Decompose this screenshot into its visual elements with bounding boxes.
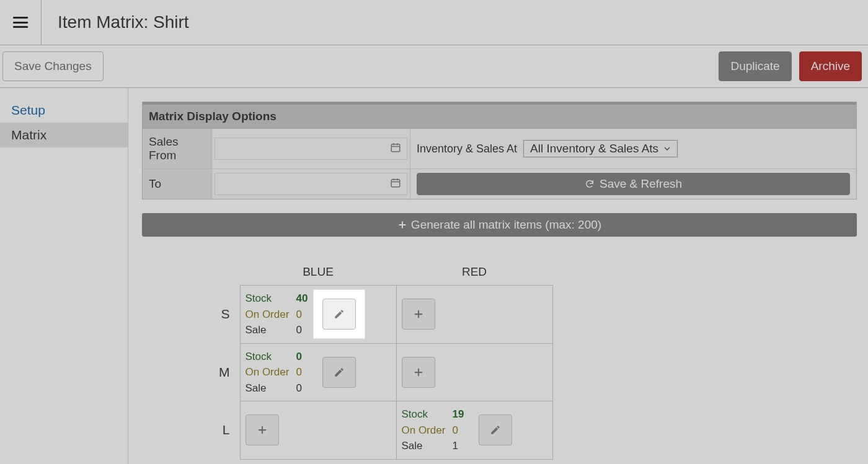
edit-cell-button[interactable]: [479, 414, 512, 445]
generate-all-label: Generate all matrix items (max: 200): [411, 218, 601, 232]
chevron-down-icon: [663, 145, 671, 152]
plus-icon: [413, 367, 424, 378]
add-cell-button[interactable]: [402, 357, 435, 388]
matrix-cell-m-blue: Stock0On Order0Sale0: [240, 343, 396, 401]
matrix-cell-l-blue: [240, 401, 396, 460]
save-changes-button[interactable]: Save Changes: [2, 51, 104, 81]
top-bar: Item Matrix: Shirt: [0, 0, 868, 45]
to-input[interactable]: [215, 173, 407, 195]
save-and-refresh-button[interactable]: Save & Refresh: [417, 173, 850, 195]
matrix-cell-l-red: Stock19On Order0Sale1: [396, 401, 552, 460]
edit-cell-button[interactable]: [322, 299, 356, 330]
col-header-red: RED: [396, 261, 552, 286]
matrix-cell-s-blue: Stock40On Order0Sale0: [240, 286, 396, 344]
matrix-cell-s-red: [396, 286, 552, 344]
sidebar-item-setup[interactable]: Setup: [0, 98, 128, 123]
matrix-cell-m-red: [396, 343, 552, 401]
plus-icon: [257, 424, 268, 436]
row-header-l: L: [210, 401, 240, 460]
archive-button[interactable]: Archive: [799, 51, 862, 81]
add-cell-button[interactable]: [246, 414, 279, 445]
row-header-s: S: [210, 286, 240, 344]
stock-block: Stock19On Order0Sale1: [402, 406, 471, 454]
panel-title: Matrix Display Options: [143, 102, 856, 129]
stock-block: Stock0On Order0Sale0: [246, 349, 315, 396]
plus-icon: [397, 220, 407, 230]
sales-from-label: Sales From: [143, 129, 212, 169]
inventory-sales-at-value: All Inventory & Sales Ats: [530, 142, 658, 155]
hamburger-menu-button[interactable]: [13, 17, 28, 28]
row-header-m: M: [210, 343, 240, 401]
sidebar-item-matrix[interactable]: Matrix: [0, 123, 128, 147]
stock-block: Stock40On Order0Sale0: [246, 291, 315, 338]
page-title: Item Matrix: Shirt: [58, 12, 189, 32]
edit-cell-button[interactable]: [322, 357, 356, 388]
plus-icon: [413, 309, 424, 320]
to-label: To: [143, 169, 212, 199]
inventory-sales-at-select[interactable]: All Inventory & Sales Ats: [523, 140, 678, 157]
action-bar: Save Changes Duplicate Archive: [0, 45, 868, 88]
save-and-refresh-label: Save & Refresh: [600, 177, 682, 191]
pencil-icon: [334, 367, 345, 378]
refresh-icon: [585, 179, 595, 189]
content-area: Matrix Display Options Sales From Invent…: [128, 88, 868, 464]
generate-all-button[interactable]: Generate all matrix items (max: 200): [142, 213, 857, 237]
sidebar: Setup Matrix: [0, 88, 128, 464]
matrix-display-options-panel: Matrix Display Options Sales From Invent…: [142, 102, 857, 199]
pencil-icon: [334, 309, 345, 320]
duplicate-button[interactable]: Duplicate: [719, 51, 791, 81]
pencil-icon: [490, 424, 501, 436]
inventory-sales-at-label: Inventory & Sales At: [417, 142, 517, 155]
sales-from-input[interactable]: [215, 138, 407, 160]
add-cell-button[interactable]: [402, 299, 435, 330]
col-header-blue: BLUE: [240, 261, 396, 286]
matrix-grid: BLUEREDSStock40On Order0Sale0MStock0On O…: [142, 261, 857, 460]
